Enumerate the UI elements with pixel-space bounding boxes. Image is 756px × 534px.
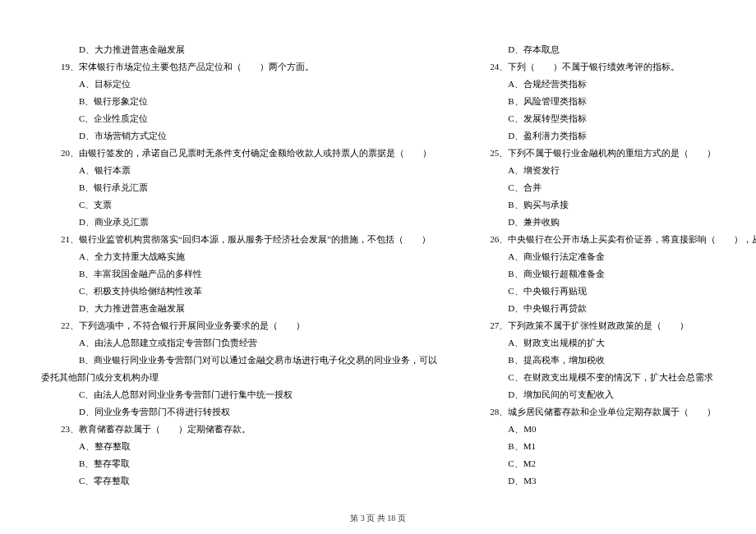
option-text: D、大力推进普惠金融发展 bbox=[41, 300, 437, 317]
option-text: A、合规经营类指标 bbox=[470, 76, 756, 93]
option-text: C、积极支持供给侧结构性改革 bbox=[41, 283, 437, 300]
option-text: C、M2 bbox=[470, 455, 756, 472]
page-footer: 第 3 页 共 18 页 bbox=[0, 513, 756, 524]
option-text: B、M1 bbox=[470, 438, 756, 455]
option-text: D、市场营销方式定位 bbox=[41, 127, 437, 145]
option-text: B、整存零取 bbox=[41, 455, 437, 472]
question-25: 25、下列不属于银行业金融机构的重组方式的是（ ） bbox=[470, 145, 756, 162]
question-22: 22、下列选项中，不符合银行开展同业业务要求的是（ ） bbox=[41, 317, 437, 334]
option-text: D、兼并收购 bbox=[470, 214, 756, 231]
option-text: C、企业性质定位 bbox=[41, 110, 437, 127]
option-text: C、发展转型类指标 bbox=[470, 110, 756, 127]
question-19: 19、宋体银行市场定位主要包括产品定位和（ ）两个方面。 bbox=[41, 58, 437, 76]
option-text: C、零存整取 bbox=[41, 472, 437, 490]
option-text: A、M0 bbox=[470, 421, 756, 438]
left-column: D、大力推进普惠金融发展 19、宋体银行市场定位主要包括产品定位和（ ）两个方面… bbox=[41, 41, 437, 493]
option-text: D、增加民间的可支配收入 bbox=[470, 386, 756, 403]
option-text: C、在财政支出规模不变的情况下，扩大社会总需求 bbox=[470, 369, 756, 386]
option-text: C、支票 bbox=[41, 196, 437, 214]
option-text: A、增资发行 bbox=[470, 162, 756, 179]
option-text: B、银行形象定位 bbox=[41, 93, 437, 110]
option-text: B、丰富我国金融产品的多样性 bbox=[41, 265, 437, 283]
option-text: D、同业业务专营部门不得进行转授权 bbox=[41, 403, 437, 421]
option-text: B、风险管理类指标 bbox=[470, 93, 756, 110]
option-text: D、大力推进普惠金融发展 bbox=[41, 41, 437, 58]
option-text: B、商业银行超额准备金 bbox=[470, 265, 756, 283]
option-text: B、银行承兑汇票 bbox=[41, 179, 437, 196]
option-text: C、由法人总部对同业业务专营部门进行集中统一授权 bbox=[41, 386, 437, 403]
document-content: D、大力推进普惠金融发展 19、宋体银行市场定位主要包括产品定位和（ ）两个方面… bbox=[41, 41, 715, 493]
right-column: D、存本取息 24、下列（ ）不属于银行绩效考评的指标。 A、合规经营类指标 B… bbox=[470, 41, 756, 493]
question-23: 23、教育储蓄存款属于（ ）定期储蓄存款。 bbox=[41, 421, 437, 438]
option-text: D、中央银行再贷款 bbox=[470, 300, 756, 317]
option-text: C、中央银行再贴现 bbox=[470, 283, 756, 300]
question-26: 26、中央银行在公开市场上买卖有价证券，将直接影响（ ），从而影响货币供应量。 bbox=[470, 231, 756, 248]
question-28: 28、城乡居民储蓄存款和企业单位定期存款属于（ ） bbox=[470, 403, 756, 421]
question-24: 24、下列（ ）不属于银行绩效考评的指标。 bbox=[470, 58, 756, 76]
option-text: D、存本取息 bbox=[470, 41, 756, 58]
option-text: A、全力支持重大战略实施 bbox=[41, 248, 437, 265]
option-text-wrap: 委托其他部门或分支机构办理 bbox=[41, 369, 437, 386]
option-text: D、商业承兑汇票 bbox=[41, 214, 437, 231]
option-text: B、购买与承接 bbox=[470, 196, 756, 214]
option-text: D、盈利潜力类指标 bbox=[470, 127, 756, 145]
question-27: 27、下列政策不属于扩张性财政政策的是（ ） bbox=[470, 317, 756, 334]
question-20: 20、由银行签发的，承诺自己见票时无条件支付确定金额给收款人或持票人的票据是（ … bbox=[41, 145, 437, 162]
option-text: A、银行本票 bbox=[41, 162, 437, 179]
option-text: A、财政支出规模的扩大 bbox=[470, 334, 756, 352]
option-text: A、由法人总部建立或指定专营部门负责经营 bbox=[41, 334, 437, 352]
option-text: B、商业银行同业业务专营部门对可以通过金融交易市场进行电子化交易的同业业务，可以 bbox=[41, 352, 437, 369]
option-text: C、合并 bbox=[470, 179, 756, 196]
question-21: 21、银行业监管机构贯彻落实“回归本源，服从服务于经济社会发展”的措施，不包括（… bbox=[41, 231, 437, 248]
option-text: A、商业银行法定准备金 bbox=[470, 248, 756, 265]
option-text: A、整存整取 bbox=[41, 438, 437, 455]
option-text: A、目标定位 bbox=[41, 76, 437, 93]
option-text: B、提高税率，增加税收 bbox=[470, 352, 756, 369]
option-text: D、M3 bbox=[470, 472, 756, 490]
